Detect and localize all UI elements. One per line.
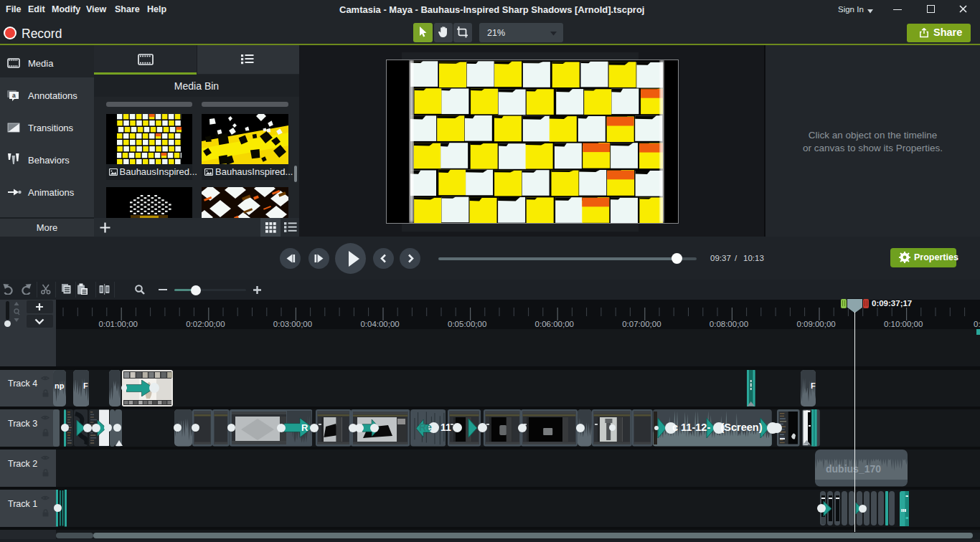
svg-text:a: a xyxy=(12,92,16,99)
